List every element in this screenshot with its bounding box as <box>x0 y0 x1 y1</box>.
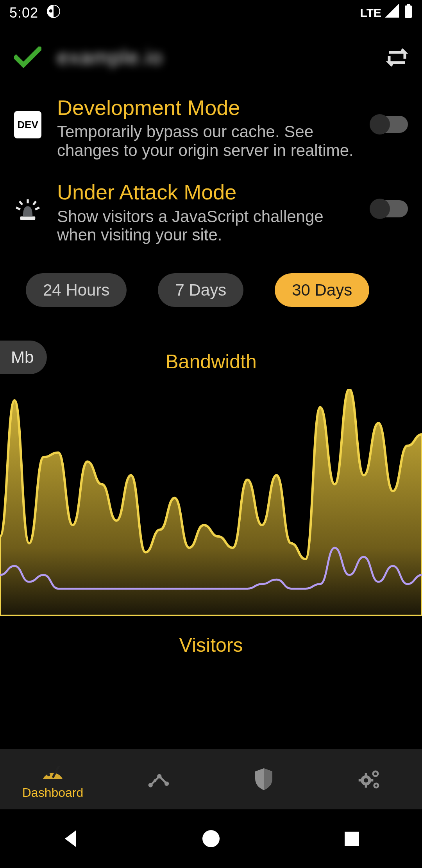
period-7d[interactable]: 7 Days <box>158 273 243 307</box>
shield-icon <box>252 767 276 791</box>
nav-dashboard-label: Dashboard <box>22 786 84 800</box>
domain-title[interactable]: example.io <box>57 45 369 69</box>
svg-rect-3 <box>405 5 412 18</box>
svg-rect-4 <box>20 217 36 220</box>
status-ok-icon <box>14 47 41 68</box>
period-30d[interactable]: 30 Days <box>275 273 369 307</box>
gear-icon <box>357 767 381 791</box>
svg-point-24 <box>374 772 377 775</box>
dev-mode-desc: Temporarily bypass our cache. See change… <box>57 122 355 160</box>
svg-rect-19 <box>365 773 367 777</box>
svg-point-16 <box>154 779 157 782</box>
bandwidth-title: Bandwidth <box>165 350 257 373</box>
attack-mode-toggle[interactable] <box>370 200 408 217</box>
attack-mode-desc: Show visitors a JavaScript challenge whe… <box>57 207 355 244</box>
nav-dashboard[interactable]: Dashboard <box>0 749 106 809</box>
attack-mode-title: Under Attack Mode <box>57 181 355 204</box>
back-button[interactable] <box>60 828 81 850</box>
svg-line-5 <box>16 208 20 210</box>
home-button[interactable] <box>200 828 222 850</box>
svg-point-26 <box>375 784 377 787</box>
bandwidth-chart[interactable] <box>0 389 422 616</box>
dashboard-icon <box>41 759 65 783</box>
period-selector: 24 Hours 7 Days 30 Days <box>0 258 422 323</box>
system-nav <box>0 809 422 868</box>
svg-line-6 <box>35 208 39 210</box>
visitors-header: Visitors <box>0 616 422 674</box>
setting-development-mode: DEV Development Mode Temporarily bypass … <box>0 88 422 173</box>
status-bar: 5:02 LTE <box>0 0 422 26</box>
dev-icon: DEV <box>14 111 41 138</box>
app-header: example.io <box>0 26 422 88</box>
period-24h[interactable]: 24 Hours <box>26 273 127 307</box>
svg-point-18 <box>364 778 368 782</box>
unit-chip[interactable]: Mb <box>0 341 47 374</box>
svg-point-27 <box>202 830 220 847</box>
battery-icon <box>404 4 413 22</box>
signal-icon <box>385 4 400 22</box>
svg-line-8 <box>20 201 22 205</box>
main-content: example.io DEV Development Mode Temporar… <box>0 26 422 749</box>
network-type: LTE <box>360 6 381 20</box>
nav-security[interactable] <box>211 749 316 809</box>
bandwidth-header: Mb Bandwidth <box>0 338 422 385</box>
network-icon <box>146 767 170 791</box>
recent-apps-button[interactable] <box>341 828 363 850</box>
svg-rect-2 <box>407 4 410 5</box>
svg-rect-22 <box>370 779 373 782</box>
svg-point-10 <box>47 773 50 776</box>
dev-mode-title: Development Mode <box>57 96 355 119</box>
nav-analytics[interactable] <box>106 749 211 809</box>
status-time: 5:02 <box>9 5 38 21</box>
svg-line-9 <box>33 201 36 205</box>
siren-icon <box>14 195 41 223</box>
svg-rect-28 <box>345 832 359 846</box>
svg-point-1 <box>49 9 52 13</box>
setting-under-attack-mode: Under Attack Mode Show visitors a JavaSc… <box>0 173 422 257</box>
dev-mode-toggle[interactable] <box>370 116 408 133</box>
svg-rect-21 <box>359 779 362 782</box>
app-status-icon <box>46 4 61 22</box>
swap-domain-icon[interactable] <box>384 48 408 66</box>
nav-settings[interactable] <box>316 749 422 809</box>
bottom-nav: Dashboard <box>0 749 422 809</box>
visitors-title: Visitors <box>179 634 243 656</box>
svg-rect-20 <box>365 784 367 787</box>
